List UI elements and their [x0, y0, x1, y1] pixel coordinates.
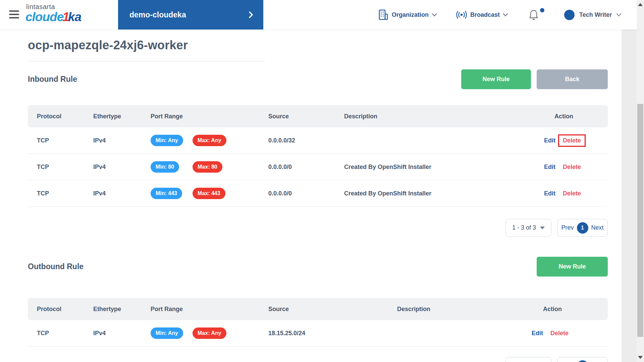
- page-title: ocp-mapezqle-24xj6-worker: [28, 38, 622, 52]
- table-row: TCP IPv4 Min: 443 Max: 443 0.0.0.0/0 Cre…: [28, 180, 608, 207]
- chevron-down-icon: [503, 13, 508, 16]
- column-header: Action: [532, 306, 608, 313]
- cell-protocol: TCP: [37, 137, 93, 144]
- chevron-down-icon: [432, 13, 437, 16]
- outbound-rules-table: Protocol Ethertype Port Range Source Des…: [28, 298, 608, 347]
- next-button[interactable]: Next: [591, 224, 604, 231]
- cell-ethertype: IPv4: [93, 137, 151, 144]
- port-max-badge: Max: 443: [193, 188, 225, 199]
- organization-icon: [378, 9, 388, 20]
- organization-menu[interactable]: Organization: [378, 0, 437, 29]
- bell-icon: [529, 9, 539, 21]
- main-content: ocp-mapezqle-24xj6-worker Inbound Rule N…: [0, 29, 622, 362]
- cell-action: Edit Delete: [544, 134, 608, 147]
- outbound-table-body: TCP IPv4 Min: Any Max: Any 18.15.25.0/24…: [28, 320, 608, 347]
- inbound-rule-heading: Inbound Rule: [28, 75, 77, 84]
- cell-protocol: TCP: [37, 164, 93, 171]
- scroll-down-arrow-icon[interactable]: [638, 356, 643, 359]
- port-min-badge: Min: 80: [151, 161, 179, 173]
- column-header: Protocol: [37, 306, 93, 313]
- delete-link[interactable]: Delete: [550, 330, 569, 337]
- menu-icon[interactable]: [9, 10, 19, 19]
- app-window: lintasarta cloude1ka demo-cloudeka Organ…: [0, 0, 644, 362]
- column-header: Source: [268, 306, 397, 313]
- column-header: Ethertype: [93, 306, 151, 313]
- page-size-dropdown[interactable]: [505, 357, 551, 362]
- outbound-table-header: Protocol Ethertype Port Range Source Des…: [28, 298, 608, 320]
- cell-port-range: Min: 80 Max: 80: [151, 161, 268, 173]
- vertical-scrollbar[interactable]: [637, 0, 644, 362]
- cell-source: 0.0.0.0/0: [268, 164, 344, 171]
- cell-source: 18.15.25.0/24: [268, 330, 397, 337]
- delete-highlight-box: Delete: [558, 161, 586, 173]
- broadcast-icon: [456, 11, 467, 19]
- inbound-rules-table: Protocol Ethertype Port Range Source Des…: [28, 105, 608, 207]
- edit-link[interactable]: Edit: [544, 164, 555, 171]
- delete-link[interactable]: Delete: [563, 190, 581, 197]
- column-header: Action: [544, 113, 608, 120]
- avatar: [564, 10, 575, 20]
- project-selector[interactable]: demo-cloudeka: [118, 0, 263, 29]
- page-size-dropdown[interactable]: 1 - 3 of 3: [505, 219, 551, 237]
- delete-highlight-box: Delete: [546, 327, 573, 340]
- logo-cloudeka: cloude1ka: [25, 11, 81, 23]
- port-max-badge: Max: Any: [193, 135, 226, 146]
- current-page-badge[interactable]: 1: [577, 222, 588, 234]
- cell-action: Edit Delete: [544, 187, 608, 200]
- table-row: TCP IPv4 Min: Any Max: Any 18.15.25.0/24…: [28, 320, 608, 347]
- cell-protocol: TCP: [37, 330, 93, 337]
- content-gutter: [622, 29, 637, 362]
- notification-badge: [540, 8, 544, 12]
- back-button[interactable]: Back: [537, 69, 608, 89]
- chevron-right-icon: [249, 11, 253, 18]
- column-header: Ethertype: [93, 113, 151, 120]
- outbound-new-rule-button[interactable]: New Rule: [537, 257, 608, 277]
- prev-button[interactable]: Prev: [561, 224, 574, 231]
- table-row: TCP IPv4 Min: Any Max: Any 0.0.0.0/32 Ed…: [28, 127, 608, 154]
- cell-port-range: Min: Any Max: Any: [151, 327, 268, 339]
- cell-ethertype: IPv4: [93, 190, 151, 197]
- edit-link[interactable]: Edit: [544, 137, 555, 144]
- delete-highlight-box: Delete: [558, 134, 586, 147]
- column-header: Description: [344, 113, 544, 120]
- edit-link[interactable]: Edit: [532, 330, 543, 337]
- edit-link[interactable]: Edit: [544, 190, 555, 197]
- outbound-pagination-partial: [28, 357, 608, 362]
- range-label: 1 - 3 of 3: [512, 224, 536, 231]
- chevron-down-icon: [616, 13, 621, 16]
- cell-action: Edit Delete: [544, 161, 608, 173]
- cell-source: 0.0.0.0/0: [268, 190, 344, 197]
- port-max-badge: Max: 80: [193, 161, 222, 173]
- pager[interactable]: [557, 357, 608, 362]
- current-page-badge[interactable]: [577, 360, 588, 362]
- port-min-badge: Min: Any: [151, 327, 183, 339]
- scrollbar-thumb[interactable]: [637, 104, 643, 337]
- organization-label: Organization: [392, 11, 429, 18]
- inbound-table-body: TCP IPv4 Min: Any Max: Any 0.0.0.0/32 Ed…: [28, 127, 608, 207]
- column-header: Protocol: [37, 113, 93, 120]
- delete-link[interactable]: Delete: [563, 137, 581, 144]
- cell-port-range: Min: Any Max: Any: [151, 135, 268, 146]
- cell-description: Created By OpenShift Installer: [344, 190, 544, 197]
- notifications-button[interactable]: [529, 9, 542, 21]
- cell-ethertype: IPv4: [93, 330, 151, 337]
- cell-description: Created By OpenShift Installer: [344, 164, 544, 171]
- cell-ethertype: IPv4: [93, 164, 151, 171]
- pager: Prev 1 Next: [557, 219, 608, 237]
- top-header: lintasarta cloude1ka demo-cloudeka Organ…: [0, 0, 637, 29]
- broadcast-menu[interactable]: Broadcast: [456, 0, 508, 29]
- cell-port-range: Min: 443 Max: 443: [151, 188, 268, 199]
- logo-lintasarta: lintasarta: [25, 3, 81, 10]
- inbound-new-rule-button[interactable]: New Rule: [461, 69, 531, 89]
- caret-down-icon: [540, 227, 545, 229]
- column-header: Description: [397, 306, 532, 313]
- user-menu[interactable]: Tech Writer: [564, 0, 621, 29]
- user-name: Tech Writer: [579, 11, 612, 18]
- table-row: TCP IPv4 Min: 80 Max: 80 0.0.0.0/0 Creat…: [28, 154, 608, 180]
- column-header: Port Range: [151, 113, 268, 120]
- delete-link[interactable]: Delete: [563, 164, 581, 170]
- port-min-badge: Min: Any: [151, 135, 183, 146]
- cell-source: 0.0.0.0/32: [268, 137, 344, 144]
- broadcast-label: Broadcast: [470, 11, 500, 18]
- scroll-up-arrow-icon[interactable]: [638, 3, 643, 6]
